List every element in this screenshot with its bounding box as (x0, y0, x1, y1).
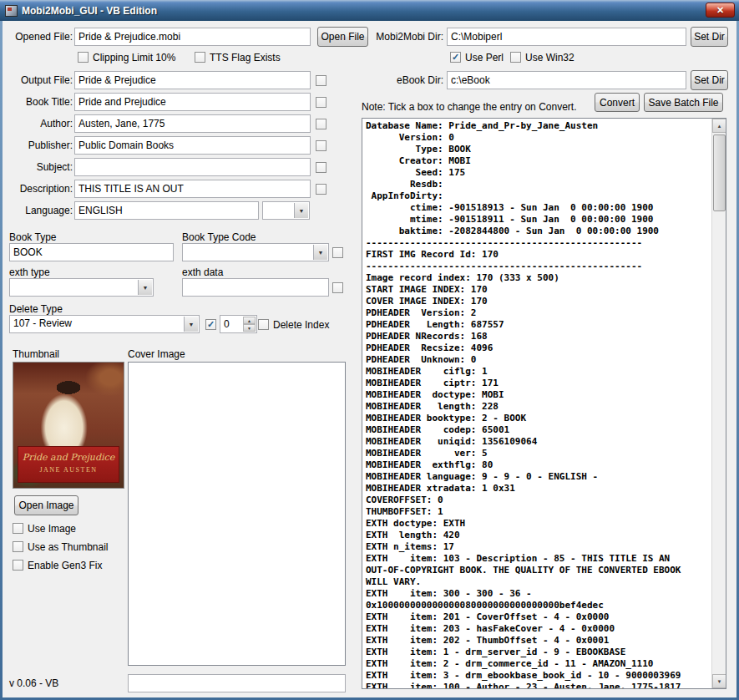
book-type-code-label: Book Type Code (182, 231, 256, 243)
language-input[interactable] (74, 201, 259, 220)
console-scrollbar[interactable]: ▲ ▼ (711, 119, 726, 688)
subject-apply-checkbox[interactable] (316, 161, 326, 174)
scrollbar-thumb[interactable] (713, 134, 726, 211)
description-apply-checkbox[interactable] (316, 183, 326, 195)
chevron-down-icon: ▼ (294, 203, 308, 218)
checkbox-box (316, 97, 326, 108)
use-perl-checkbox[interactable]: ✓ Use Perl (450, 51, 504, 63)
use-as-thumbnail-label: Use as Thumbnail (28, 541, 109, 553)
checkbox-box (316, 119, 326, 129)
subject-input[interactable] (74, 158, 311, 176)
checkbox-box (13, 523, 23, 534)
cover-image-box (128, 362, 346, 666)
use-image-checkbox[interactable]: Use Image (13, 522, 76, 535)
book-title-input[interactable] (74, 93, 311, 111)
publisher-input[interactable] (74, 136, 311, 155)
checkbox-box (316, 162, 326, 173)
language-label: Language: (6, 201, 73, 220)
output-file-label: Output File: (6, 71, 73, 89)
book-title-apply-checkbox[interactable] (316, 96, 326, 109)
save-batch-file-button[interactable]: Save Batch File (644, 93, 723, 112)
exth-data-label: exth data (182, 266, 223, 278)
exth-apply-checkbox[interactable] (332, 282, 343, 294)
author-apply-checkbox[interactable] (316, 118, 326, 130)
scroll-up-icon[interactable]: ▲ (712, 119, 726, 133)
description-input[interactable] (74, 180, 311, 198)
use-win32-label: Use Win32 (525, 52, 574, 63)
exth-type-label: exth type (9, 266, 50, 278)
mobi-dir-input[interactable] (447, 28, 686, 46)
checkbox-box (316, 75, 326, 86)
check-icon: ✓ (207, 320, 215, 329)
tts-flag-checkbox[interactable]: TTS Flag Exists (195, 51, 281, 63)
checkbox-box (13, 560, 23, 571)
output-file-input[interactable] (74, 71, 311, 89)
app-window: Mobi2Mobi_GUI - VB Edition ✕ Opened File… (0, 0, 739, 700)
log-text: Database Name: Pride_and_Pr-by_Jane_Aust… (366, 120, 709, 689)
opened-file-label: Opened File: (6, 28, 73, 46)
use-image-label: Use Image (28, 523, 76, 535)
checkbox-box (195, 52, 205, 63)
cover-image-label: Cover Image (128, 348, 185, 360)
checkbox-box: ✓ (205, 319, 216, 330)
chevron-down-icon: ▼ (313, 245, 327, 260)
scroll-down-icon[interactable]: ▼ (712, 674, 726, 688)
book-type-code-select[interactable]: ▼ (182, 243, 329, 261)
mobi-dir-label: Mobi2Mobi Dir: (360, 28, 443, 46)
tts-flag-label: TTS Flag Exists (210, 52, 281, 63)
language-select[interactable]: ▼ (262, 201, 310, 220)
chevron-down-icon: ▼ (184, 317, 198, 332)
opened-file-input[interactable] (74, 28, 311, 46)
stepper-buttons[interactable]: ▲ ▼ (243, 317, 256, 332)
delete-index-label: Delete Index (273, 319, 329, 331)
exth-data-input[interactable] (182, 278, 329, 297)
ebook-dir-input[interactable] (447, 71, 686, 89)
close-button[interactable]: ✕ (706, 3, 735, 18)
set-ebook-dir-button[interactable]: Set Dir (691, 70, 728, 90)
window-title: Mobi2Mobi_GUI - VB Edition (22, 5, 157, 17)
delete-type-apply-checkbox[interactable]: ✓ (205, 318, 216, 331)
clipping-limit-label: Clipping Limit 10% (93, 52, 175, 63)
publisher-apply-checkbox[interactable] (316, 139, 326, 152)
thumbnail-title-band: Pride and Prejudice JANE AUSTEN (18, 446, 119, 483)
checkbox-box (332, 282, 343, 293)
title-bar[interactable]: Mobi2Mobi_GUI - VB Edition ✕ (0, 0, 739, 21)
delete-type-label: Delete Type (9, 303, 63, 315)
book-type-label: Book Type (9, 231, 56, 243)
use-win32-checkbox[interactable]: Use Win32 (510, 51, 574, 63)
book-type-input[interactable] (9, 243, 174, 261)
author-label: Author: (6, 114, 73, 133)
delete-type-value: 107 - Review (13, 317, 182, 329)
checkbox-box (332, 247, 343, 258)
version-label: v 0.06 - VB (9, 677, 58, 689)
checkbox-box (78, 52, 89, 63)
bottom-status-input[interactable] (128, 674, 346, 692)
delete-type-select[interactable]: 107 - Review ▼ (9, 315, 200, 333)
exth-type-select[interactable]: ▼ (9, 278, 154, 297)
enable-gen3-fix-checkbox[interactable]: Enable Gen3 Fix (13, 559, 102, 571)
book-type-apply-checkbox[interactable] (332, 246, 343, 259)
output-file-apply-checkbox[interactable] (316, 74, 326, 87)
thumbnail-image: Pride and Prejudice JANE AUSTEN (13, 362, 124, 489)
log-output[interactable]: Database Name: Pride_and_Pr-by_Jane_Aust… (362, 118, 726, 689)
spin-up-icon[interactable]: ▲ (243, 317, 256, 324)
thumbnail-book-title: Pride and Prejudice (18, 452, 119, 463)
book-title-label: Book Title: (6, 93, 73, 111)
description-label: Description: (6, 180, 73, 198)
check-icon: ✓ (452, 53, 459, 62)
client-area: Opened File: Open File Mobi2Mobi Dir: Se… (3, 21, 736, 697)
author-input[interactable] (74, 114, 311, 133)
clipping-limit-checkbox[interactable]: Clipping Limit 10% (78, 51, 175, 63)
use-perl-label: Use Perl (465, 52, 504, 63)
checkbox-box (316, 140, 326, 151)
spin-down-icon[interactable]: ▼ (243, 324, 256, 332)
delete-count-value: 0 (224, 318, 230, 330)
delete-count-stepper[interactable]: 0 ▲ ▼ (220, 315, 257, 333)
checkbox-box: ✓ (450, 52, 461, 63)
delete-index-checkbox[interactable]: Delete Index (258, 318, 329, 331)
convert-button[interactable]: Convert (595, 93, 640, 112)
open-image-button[interactable]: Open Image (14, 495, 78, 515)
use-as-thumbnail-checkbox[interactable]: Use as Thumbnail (13, 540, 109, 553)
subject-label: Subject: (6, 158, 73, 176)
set-mobi-dir-button[interactable]: Set Dir (691, 27, 728, 47)
